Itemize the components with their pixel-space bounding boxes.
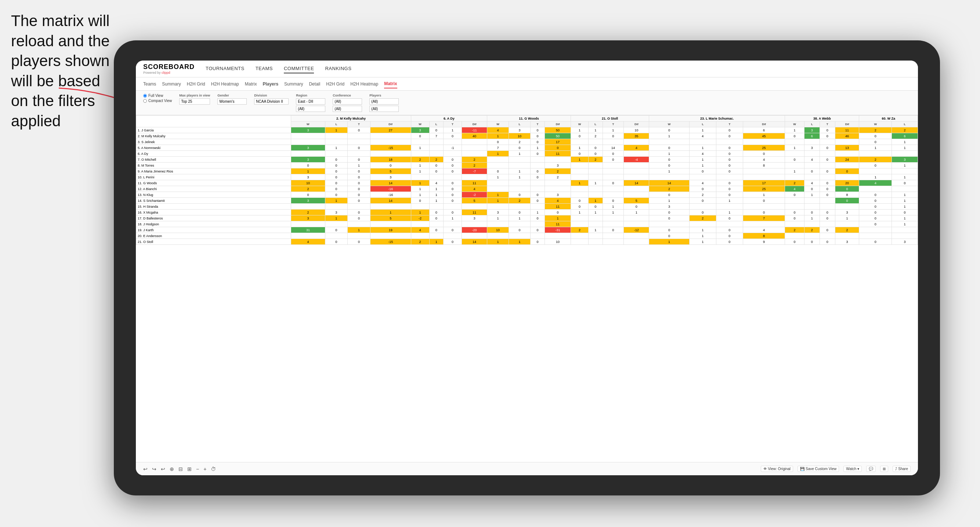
subnav-h2h-grid[interactable]: H2H Grid [187,80,205,88]
cell: 2 [649,186,690,192]
cell: 1 [892,198,918,204]
cell [603,221,624,227]
cell [835,204,859,210]
undo-icon[interactable]: ↩ [143,466,148,472]
cell [571,186,588,192]
filter-players-select[interactable]: (All) [369,98,399,105]
filter-conference-select[interactable]: (All) [332,98,362,105]
subnav-matrix2[interactable]: Matrix [384,79,397,89]
cell [429,145,443,151]
full-view-option[interactable]: Full View [143,94,172,98]
filter-max-players-select[interactable]: Top 25 [179,98,210,105]
full-view-radio[interactable] [143,94,147,98]
cell [835,174,859,180]
cell: 3 [291,198,325,204]
cell: 0 [603,151,624,157]
filter-gender-select[interactable]: Women's [217,98,247,105]
save-custom-button[interactable]: 💾 Save Custom View [797,466,839,472]
cell [411,204,429,210]
cell [589,163,603,168]
cell: 2 [509,139,530,145]
logo-area: SCOREBOARD Powered by clippd [143,63,195,75]
filter-conference-sub-select[interactable]: (All) [332,106,362,112]
subnav-summary[interactable]: Summary [162,80,181,88]
cell: 1 [487,151,509,157]
subnav-h2h-heatmap[interactable]: H2H Heatmap [211,80,239,88]
zoom-minus-icon[interactable]: − [196,466,199,472]
subnav-summary2[interactable]: Summary [284,80,303,88]
cell [819,198,835,204]
row-name: 15. H Stranda [136,204,291,210]
cell: 0 [530,216,544,221]
subnav-matrix[interactable]: Matrix [245,80,257,88]
table-row: 2. M Kelly Mulcahy 0 7 0 40 1 10 0 [136,133,918,139]
share-button[interactable]: ⤴ Share [892,466,911,472]
filter-region-select[interactable]: East - DII [296,98,325,105]
cell [370,151,411,157]
cell [804,221,819,227]
cell: 5 [370,168,411,174]
filter-players-label: Players [369,94,399,97]
compact-view-radio[interactable] [143,99,147,103]
subnav-h2h-grid2[interactable]: H2H Grid [326,80,344,88]
filter-region-sub-select[interactable]: (All) [296,106,325,112]
subnav-teams[interactable]: Teams [143,80,156,88]
cell: 1 [603,204,624,210]
zoom-out-icon[interactable]: ⊟ [178,466,183,472]
nav-tournaments[interactable]: TOURNAMENTS [205,64,245,73]
cell [429,151,443,157]
clock-icon[interactable]: ⏱ [211,466,216,472]
view-original-button[interactable]: 👁 View: Original [761,466,794,472]
cell [429,139,443,145]
zoom-plus-icon[interactable]: ⊞ [187,466,192,472]
cell [624,186,649,192]
save-icon: 💾 [800,467,805,471]
cell: 0 [804,210,819,216]
cell: 0 [589,204,603,210]
plus-icon[interactable]: + [204,466,206,472]
nav-committee[interactable]: COMMITTEE [284,64,314,73]
col-h-w-l: L [804,121,819,127]
compact-view-option[interactable]: Compact View [143,99,172,103]
col-h-w-dif: Dif [835,121,859,127]
filter-division-select[interactable]: NCAA Division II [254,98,289,105]
cell: 1 [689,127,716,133]
cell: 0 [325,239,348,245]
nav-rankings[interactable]: RANKINGS [325,64,352,73]
cell [509,180,530,186]
back-icon[interactable]: ↩ [161,466,165,472]
cell: 1 [892,174,918,180]
cell [624,221,649,227]
comment-button[interactable]: 💬 [866,466,876,472]
cell: 0 [603,198,624,204]
cell: 0 [689,186,716,192]
row-name: 18. J Hodgson [136,221,291,227]
grid-button[interactable]: ⊞ [880,466,888,472]
redo-icon[interactable]: ↪ [152,466,156,472]
cell [411,233,429,239]
share-icon: ⤴ [895,467,897,471]
nav-teams[interactable]: TEAMS [256,64,273,73]
subnav-detail[interactable]: Detail [309,80,320,88]
matrix-area[interactable]: 2. M Kelly Mulcahy 6. A Dy 11. G Woods 2… [136,115,918,462]
cell: 0 [348,180,371,186]
subnav-h2h-heatmap2[interactable]: H2H Heatmap [350,80,378,88]
zoom-in-icon[interactable]: ⊕ [170,466,174,472]
cell: 2 [429,157,443,163]
cell [348,221,371,227]
cell: 1 [649,168,690,174]
watch-button[interactable]: Watch ▾ [843,466,862,472]
subnav-players[interactable]: Players [262,80,278,88]
cell [624,139,649,145]
cell [509,163,530,168]
table-row: 12. A Bianchi 2 0 0 -16 1 1 0 4 [136,186,918,192]
cell: 4 [804,180,819,186]
cell [804,204,819,210]
cell: 2 [689,216,716,221]
table-row: 11. G Woods 10 0 0 14 1 4 0 11 [136,180,918,186]
cell: 4 [624,145,649,151]
filter-players-sub-select[interactable]: (All) [369,106,399,112]
cell: 1 [411,210,429,216]
cell: -16 [370,186,411,192]
share-label: Share [898,467,908,471]
